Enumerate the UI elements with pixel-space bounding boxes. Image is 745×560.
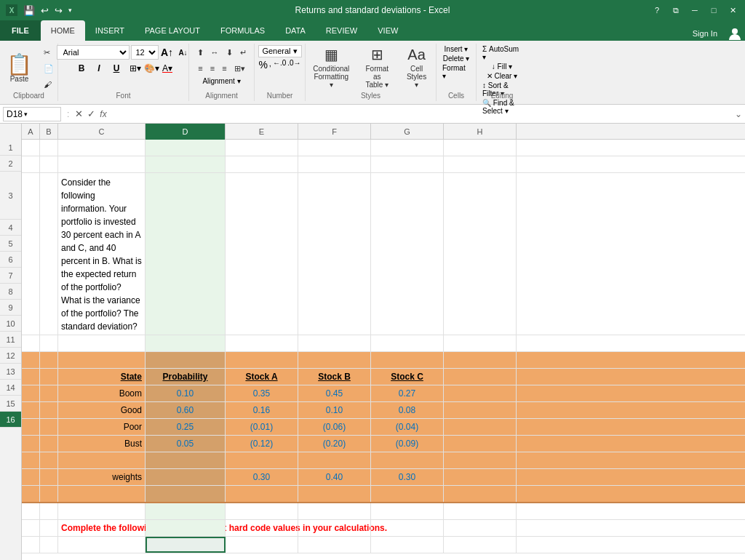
copy-button[interactable]: 📄 (41, 61, 57, 76)
customize-qat-button[interactable]: ▾ (67, 5, 73, 15)
cell-f13[interactable] (298, 486, 371, 502)
cell-d16[interactable] (146, 537, 226, 553)
percent-button[interactable]: % (258, 59, 267, 71)
cell-e4[interactable] (226, 335, 298, 351)
row-num-10[interactable]: 10 (0, 316, 21, 332)
cell-e12[interactable]: 0.30 (226, 469, 298, 485)
conditional-formatting-button[interactable]: ▦ ConditionalFormatting ▾ (309, 47, 353, 89)
name-box[interactable]: D18 ▾ (3, 107, 61, 121)
cell-f6[interactable]: Stock B (298, 369, 371, 385)
cell-h2[interactable] (444, 156, 517, 172)
restore-button[interactable]: ⧉ (669, 4, 682, 17)
align-top-button[interactable]: ⬆ (194, 45, 207, 60)
cell-c2[interactable] (58, 156, 146, 172)
underline-button[interactable]: U (109, 61, 124, 76)
cell-a4[interactable] (22, 335, 40, 351)
cell-g9[interactable]: (0.04) (371, 419, 444, 435)
cell-h16[interactable] (444, 537, 517, 553)
cell-b15[interactable] (40, 520, 58, 536)
cell-a16[interactable] (22, 537, 40, 553)
cell-h10[interactable] (444, 436, 517, 452)
row-num-7[interactable]: 7 (0, 268, 21, 284)
cell-f5[interactable] (298, 352, 371, 368)
close-button[interactable]: ✕ (726, 4, 739, 17)
row-num-13[interactable]: 13 (0, 364, 21, 380)
paste-button[interactable]: 📋 Paste (1, 47, 38, 89)
cell-b3[interactable] (40, 173, 58, 335)
cell-f2[interactable] (298, 156, 371, 172)
cell-a7[interactable] (22, 385, 40, 401)
row-num-14[interactable]: 14 (0, 380, 21, 396)
row-num-15[interactable]: 15 (0, 396, 21, 412)
confirm-icon[interactable]: ✓ (87, 108, 95, 119)
cell-a11[interactable] (22, 452, 40, 468)
cell-e13[interactable] (226, 486, 298, 502)
col-header-b[interactable]: B (40, 124, 58, 140)
cell-g7[interactable]: 0.27 (371, 385, 444, 401)
col-header-d[interactable]: D (146, 124, 226, 140)
cell-e8[interactable]: 0.16 (226, 402, 298, 418)
cell-a2[interactable] (22, 156, 40, 172)
merge-button[interactable]: ⊞▾ (231, 61, 248, 76)
cell-f8[interactable]: 0.10 (298, 402, 371, 418)
cell-b16[interactable] (40, 537, 58, 553)
cell-c14[interactable] (58, 503, 146, 519)
font-family-select[interactable]: Arial (57, 45, 130, 60)
name-box-dropdown[interactable]: ▾ (24, 111, 28, 118)
cell-c16[interactable] (58, 537, 146, 553)
row-num-4[interactable]: 4 (0, 220, 21, 236)
cell-d13[interactable] (146, 486, 226, 502)
col-header-h[interactable]: H (444, 124, 517, 140)
cell-a1[interactable] (22, 140, 40, 156)
cell-b2[interactable] (40, 156, 58, 172)
increase-decimal-button[interactable]: ←.0 (273, 59, 286, 71)
cell-c8[interactable]: Good (58, 402, 146, 418)
cell-h6[interactable] (444, 369, 517, 385)
cell-h13[interactable] (444, 486, 517, 502)
cell-g16[interactable] (371, 537, 444, 553)
cell-c10[interactable]: Bust (58, 436, 146, 452)
delete-cell-button[interactable]: Delete ▾ (443, 55, 470, 63)
cell-e2[interactable] (226, 156, 298, 172)
cell-h8[interactable] (444, 402, 517, 418)
decrease-font-button[interactable]: A↓ (176, 45, 191, 60)
cell-b7[interactable] (40, 385, 58, 401)
tab-view[interactable]: VIEW (367, 20, 408, 41)
cell-h11[interactable] (444, 452, 517, 468)
align-left-button[interactable]: ≡ (195, 61, 205, 76)
cell-g10[interactable]: (0.09) (371, 436, 444, 452)
cell-a12[interactable] (22, 469, 40, 485)
cell-d2[interactable] (146, 156, 226, 172)
cell-h9[interactable] (444, 419, 517, 435)
cell-f16[interactable] (298, 537, 371, 553)
cell-a14[interactable] (22, 503, 40, 519)
cell-e1[interactable] (226, 140, 298, 156)
cell-g13[interactable] (371, 486, 444, 502)
cell-b14[interactable] (40, 503, 58, 519)
cell-d11[interactable] (146, 452, 226, 468)
font-color-button[interactable]: A▾ (162, 63, 172, 73)
cell-f7[interactable]: 0.45 (298, 385, 371, 401)
cell-e9[interactable]: (0.01) (226, 419, 298, 435)
cell-b12[interactable] (40, 469, 58, 485)
cell-f10[interactable]: (0.20) (298, 436, 371, 452)
align-right-button[interactable]: ≡ (219, 61, 229, 76)
format-cell-button[interactable]: Format ▾ (442, 64, 470, 80)
cell-h14[interactable] (444, 503, 517, 519)
fill-color-button[interactable]: 🎨▾ (144, 63, 159, 73)
cancel-icon[interactable]: ✕ (75, 108, 83, 119)
tab-formulas[interactable]: FORMULAS (210, 20, 275, 41)
cell-g8[interactable]: 0.08 (371, 402, 444, 418)
format-painter-button[interactable]: 🖌 (41, 77, 57, 92)
wrap-text-button[interactable]: ↵ (237, 45, 250, 60)
cell-a10[interactable] (22, 436, 40, 452)
cell-g6[interactable]: Stock C (371, 369, 444, 385)
cell-e11[interactable] (226, 452, 298, 468)
row-num-5[interactable]: 5 (0, 236, 21, 252)
save-qat-button[interactable]: 💾 (22, 4, 36, 17)
cell-b13[interactable] (40, 486, 58, 502)
cell-f3[interactable] (298, 173, 371, 335)
cell-b5[interactable] (40, 352, 58, 368)
cell-e10[interactable]: (0.12) (226, 436, 298, 452)
cell-a13[interactable] (22, 486, 40, 502)
